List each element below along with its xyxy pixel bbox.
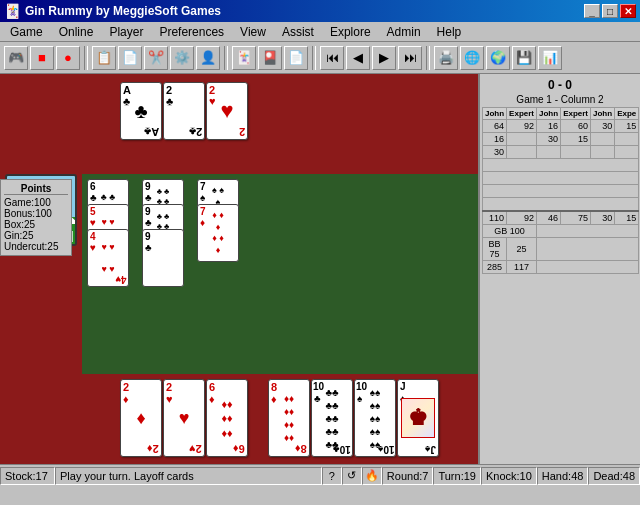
discard-2clubs[interactable]: 2 ♣ 2♣ bbox=[163, 82, 205, 140]
menu-assist[interactable]: Assist bbox=[274, 23, 322, 41]
score-row bbox=[483, 185, 639, 198]
col-exp3: Expe bbox=[615, 108, 639, 120]
tb-prev2[interactable]: ◀ bbox=[346, 46, 370, 70]
score-row bbox=[483, 198, 639, 212]
toolbar: 🎮 ■ ● 📋 📄 ✂️ ⚙️ 👤 🃏 🎴 📄 ⏮ ◀ ▶ ⏭ 🖨️ 🌐 🌍 💾… bbox=[0, 42, 640, 74]
col-john3: John bbox=[591, 108, 615, 120]
hand-card-7[interactable]: J ♠ ♚ J♠ bbox=[397, 379, 439, 457]
side-panel: B Points Game:100 Bonus:100 Box:25 Gin:2… bbox=[0, 174, 82, 374]
score-final-row: 285 117 bbox=[483, 261, 639, 274]
main-area: A ♣ ♣ A♣ 2 ♣ 2♣ 2 ♥ ♥ 2 bbox=[0, 74, 640, 464]
status-undo[interactable]: ↺ bbox=[342, 467, 362, 485]
score-row: 16 30 15 bbox=[483, 133, 639, 146]
opp-meld-8: 7 ♦ ♦ ♦ ♦ ♦ ♦ ♦ bbox=[197, 204, 239, 262]
tb-stop[interactable]: ■ bbox=[30, 46, 54, 70]
discard-top[interactable]: 2 ♥ ♥ 2 bbox=[206, 82, 248, 140]
tb-rec[interactable]: ● bbox=[56, 46, 80, 70]
menu-online[interactable]: Online bbox=[51, 23, 102, 41]
score-game-col: Game 1 - Column 2 bbox=[482, 94, 638, 105]
menu-bar: Game Online Player Preferences View Assi… bbox=[0, 22, 640, 42]
pts-box: Box:25 bbox=[4, 219, 68, 230]
tb-copy[interactable]: 📋 bbox=[92, 46, 116, 70]
col-exp2: Expert bbox=[561, 108, 591, 120]
pts-bonus: Bonus:100 bbox=[4, 208, 68, 219]
score-totals-row: 110 92 46 75 30 15 bbox=[483, 211, 639, 225]
status-bar: Stock:17 Play your turn. Layoff cards ? … bbox=[0, 464, 640, 486]
menu-help[interactable]: Help bbox=[429, 23, 470, 41]
points-box: Points Game:100 Bonus:100 Box:25 Gin:25 … bbox=[0, 179, 72, 256]
score-row: 30 bbox=[483, 146, 639, 159]
title-icon: 🃏 bbox=[4, 3, 21, 19]
menu-explore[interactable]: Explore bbox=[322, 23, 379, 41]
points-title: Points bbox=[4, 183, 68, 195]
window-controls: _ □ ✕ bbox=[584, 4, 636, 18]
status-round: Round:7 bbox=[382, 467, 434, 485]
col-john1: John bbox=[483, 108, 507, 120]
menu-preferences[interactable]: Preferences bbox=[151, 23, 232, 41]
status-hand: Hand:48 bbox=[537, 467, 589, 485]
opp-meld-3: 4 ♥ ♥ ♥♥ ♥ 4♥ bbox=[87, 229, 129, 287]
menu-view[interactable]: View bbox=[232, 23, 274, 41]
window-title: Gin Rummy by MeggieSoft Games bbox=[25, 4, 584, 18]
game-board: A ♣ ♣ A♣ 2 ♣ 2♣ 2 ♥ ♥ 2 bbox=[0, 74, 478, 464]
tb-globe2[interactable]: 🌍 bbox=[486, 46, 510, 70]
title-bar: 🃏 Gin Rummy by MeggieSoft Games _ □ ✕ bbox=[0, 0, 640, 22]
status-knock: Knock:10 bbox=[481, 467, 537, 485]
col-john2: John bbox=[537, 108, 561, 120]
felt-area: 6 ♣ ♣ ♣♣ ♣♣ ♣ 6♣ 5 ♥ ♥ ♥ ♥♥ ♥ 5♥ 4 ♥ bbox=[82, 174, 478, 374]
hand-card-6[interactable]: 10 ♠ ♠♠♠♠♠♠♠♠♠♠ 10♠ bbox=[354, 379, 396, 457]
tb-new[interactable]: 🎮 bbox=[4, 46, 28, 70]
hand-card-1[interactable]: 2 ♦ ♦ 2♦ bbox=[120, 379, 162, 457]
player-hand-area: 2 ♦ ♦ 2♦ 2 ♥ ♥ 2♥ 6 ♦ ♦♦♦♦♦♦ 6♦ bbox=[0, 374, 478, 464]
hand-card-3[interactable]: 6 ♦ ♦♦♦♦♦♦ 6♦ bbox=[206, 379, 248, 457]
status-redo[interactable]: 🔥 bbox=[362, 467, 382, 485]
score-row bbox=[483, 172, 639, 185]
status-stock: Stock:17 bbox=[0, 467, 55, 485]
tb-cut[interactable]: ✂️ bbox=[144, 46, 168, 70]
status-turn: Turn:19 bbox=[433, 467, 481, 485]
col-exp1: Expert bbox=[507, 108, 537, 120]
tb-sep2 bbox=[224, 46, 228, 70]
tb-save[interactable]: 💾 bbox=[512, 46, 536, 70]
tb-sep1 bbox=[84, 46, 88, 70]
tb-prev[interactable]: ⏮ bbox=[320, 46, 344, 70]
score-panel: 0 - 0 Game 1 - Column 2 John Expert John… bbox=[478, 74, 640, 464]
tb-card1[interactable]: 🃏 bbox=[232, 46, 256, 70]
score-header: 0 - 0 bbox=[482, 78, 638, 92]
opp-meld-6: 9 ♣ bbox=[142, 229, 184, 287]
status-dead: Dead:48 bbox=[588, 467, 640, 485]
menu-game[interactable]: Game bbox=[2, 23, 51, 41]
menu-player[interactable]: Player bbox=[101, 23, 151, 41]
tb-sep3 bbox=[312, 46, 316, 70]
score-gb-row: GB 100 bbox=[483, 225, 639, 238]
tb-print[interactable]: 🖨️ bbox=[434, 46, 458, 70]
score-row: 64 92 16 60 30 15 bbox=[483, 120, 639, 133]
score-table: John Expert John Expert John Expe 64 92 … bbox=[482, 107, 639, 274]
status-message: Play your turn. Layoff cards bbox=[55, 467, 322, 485]
menu-admin[interactable]: Admin bbox=[379, 23, 429, 41]
score-bb-row: BB 75 25 bbox=[483, 238, 639, 261]
tb-player[interactable]: 👤 bbox=[196, 46, 220, 70]
hand-card-4[interactable]: 8 ♦ ♦♦♦♦♦♦♦♦ 8♦ bbox=[268, 379, 310, 457]
middle-area: B Points Game:100 Bonus:100 Box:25 Gin:2… bbox=[0, 174, 478, 374]
pts-game: Game:100 bbox=[4, 197, 68, 208]
hand-card-2[interactable]: 2 ♥ ♥ 2♥ bbox=[163, 379, 205, 457]
tb-card2[interactable]: 🎴 bbox=[258, 46, 282, 70]
minimize-button[interactable]: _ bbox=[584, 4, 600, 18]
pts-undercut: Undercut:25 bbox=[4, 241, 68, 252]
tb-paste[interactable]: 📄 bbox=[118, 46, 142, 70]
pts-gin: Gin:25 bbox=[4, 230, 68, 241]
top-area: A ♣ ♣ A♣ 2 ♣ 2♣ 2 ♥ ♥ 2 bbox=[0, 74, 478, 174]
close-button[interactable]: ✕ bbox=[620, 4, 636, 18]
score-row bbox=[483, 159, 639, 172]
hand-card-5[interactable]: 10 ♣ ♣♣♣♣♣♣♣♣♣♣ 10♣ bbox=[311, 379, 353, 457]
tb-next[interactable]: ▶ bbox=[372, 46, 396, 70]
tb-chart[interactable]: 📊 bbox=[538, 46, 562, 70]
tb-sep4 bbox=[426, 46, 430, 70]
maximize-button[interactable]: □ bbox=[602, 4, 618, 18]
tb-globe[interactable]: 🌐 bbox=[460, 46, 484, 70]
status-help: ? bbox=[322, 467, 342, 485]
tb-settings[interactable]: ⚙️ bbox=[170, 46, 194, 70]
tb-doc[interactable]: 📄 bbox=[284, 46, 308, 70]
tb-next2[interactable]: ⏭ bbox=[398, 46, 422, 70]
